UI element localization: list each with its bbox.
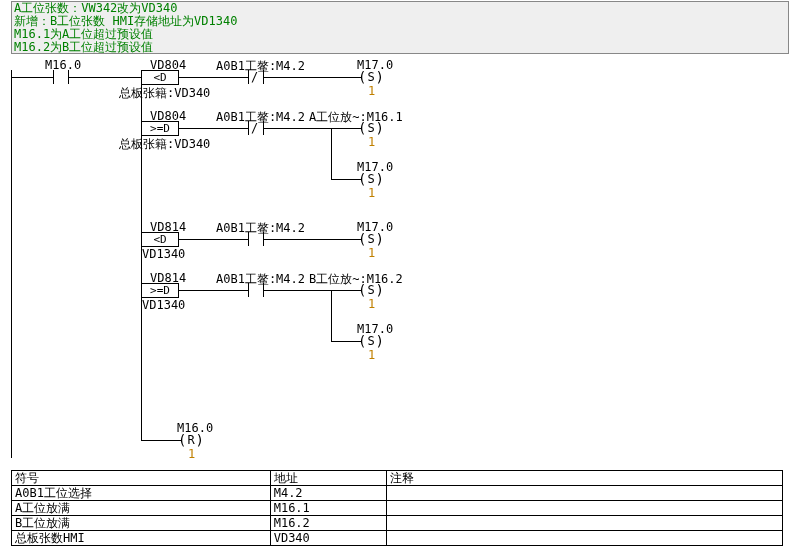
compare-block-4[interactable]: >=D bbox=[141, 283, 179, 298]
coil-set-1[interactable]: (S) bbox=[351, 70, 391, 84]
wire bbox=[276, 239, 351, 240]
header-comment[interactable]: 注释 bbox=[386, 471, 782, 486]
coil-set-4b[interactable]: (S) bbox=[351, 334, 391, 348]
wire bbox=[276, 290, 351, 291]
symbol-table[interactable]: 符号 地址 注释 A0B1工位选择 M4.2 A工位放满 M16.1 B工位放满… bbox=[11, 470, 783, 546]
cell-symbol[interactable]: A工位放满 bbox=[12, 501, 271, 516]
contact-nc-1[interactable]: / bbox=[236, 70, 276, 84]
table-row[interactable]: A工位放满 M16.1 bbox=[12, 501, 783, 516]
coil-set-4a[interactable]: (S) bbox=[351, 283, 391, 297]
wire bbox=[179, 77, 236, 78]
cell-comment[interactable] bbox=[386, 486, 782, 501]
wire bbox=[141, 440, 171, 441]
cell-address[interactable]: VD340 bbox=[270, 531, 386, 546]
cell-comment[interactable] bbox=[386, 516, 782, 531]
contact-no-m160[interactable] bbox=[41, 70, 81, 84]
coil-reset[interactable]: (R) bbox=[171, 433, 211, 447]
compare-bot: VD1340 bbox=[142, 247, 185, 261]
coil-set-3[interactable]: (S) bbox=[351, 232, 391, 246]
coil-set-2a[interactable]: (S) bbox=[351, 121, 391, 135]
coil-count: 1 bbox=[368, 246, 375, 260]
coil-count: 1 bbox=[368, 348, 375, 362]
table-row[interactable]: B工位放满 M16.2 bbox=[12, 516, 783, 531]
contact-label: M16.0 bbox=[45, 58, 81, 72]
header-symbol[interactable]: 符号 bbox=[12, 471, 271, 486]
left-power-rail bbox=[11, 70, 12, 458]
cell-address[interactable]: M16.2 bbox=[270, 516, 386, 531]
compare-bot: 总板张籍:VD340 bbox=[119, 85, 210, 102]
contact-no-4[interactable] bbox=[236, 283, 276, 297]
compare-block-3[interactable]: <D bbox=[141, 232, 179, 247]
wire bbox=[276, 128, 351, 129]
wire bbox=[331, 128, 332, 179]
cell-symbol[interactable]: A0B1工位选择 bbox=[12, 486, 271, 501]
wire bbox=[179, 239, 236, 240]
cell-symbol[interactable]: 总板张数HMI bbox=[12, 531, 271, 546]
contact-no-3[interactable] bbox=[236, 232, 276, 246]
wire bbox=[179, 290, 236, 291]
coil-count: 1 bbox=[188, 447, 195, 461]
table-row[interactable]: 总板张数HMI VD340 bbox=[12, 531, 783, 546]
coil-count: 1 bbox=[368, 297, 375, 311]
coil-count: 1 bbox=[368, 186, 375, 200]
comment-line: M16.2为B工位超过预设值 bbox=[14, 41, 786, 54]
plc-editor-page: A工位张数：VW342改为VD340 新增：B工位张数 HMI存储地址为VD13… bbox=[0, 0, 794, 547]
wire bbox=[331, 290, 332, 341]
cell-comment[interactable] bbox=[386, 531, 782, 546]
table-header-row: 符号 地址 注释 bbox=[12, 471, 783, 486]
cell-symbol[interactable]: B工位放满 bbox=[12, 516, 271, 531]
contact-nc-2[interactable]: / bbox=[236, 121, 276, 135]
wire bbox=[276, 77, 351, 78]
network-comment[interactable]: A工位张数：VW342改为VD340 新增：B工位张数 HMI存储地址为VD13… bbox=[11, 1, 789, 54]
wire bbox=[11, 77, 41, 78]
compare-block-2[interactable]: >=D bbox=[141, 121, 179, 136]
wire bbox=[179, 128, 236, 129]
coil-count: 1 bbox=[368, 135, 375, 149]
cell-comment[interactable] bbox=[386, 501, 782, 516]
coil-count: 1 bbox=[368, 84, 375, 98]
wire bbox=[331, 179, 351, 180]
cell-address[interactable]: M4.2 bbox=[270, 486, 386, 501]
wire bbox=[81, 77, 141, 78]
wire bbox=[331, 341, 351, 342]
header-address[interactable]: 地址 bbox=[270, 471, 386, 486]
compare-bot: 总板张籍:VD340 bbox=[119, 136, 210, 153]
table-row[interactable]: A0B1工位选择 M4.2 bbox=[12, 486, 783, 501]
ladder-diagram[interactable]: M16.0 VD804 <D 总板张籍:VD340 A0B1工鳌:M4.2 / … bbox=[11, 60, 783, 460]
compare-bot: VD1340 bbox=[142, 298, 185, 312]
cell-address[interactable]: M16.1 bbox=[270, 501, 386, 516]
compare-block-1[interactable]: <D bbox=[141, 70, 179, 85]
coil-set-2b[interactable]: (S) bbox=[351, 172, 391, 186]
